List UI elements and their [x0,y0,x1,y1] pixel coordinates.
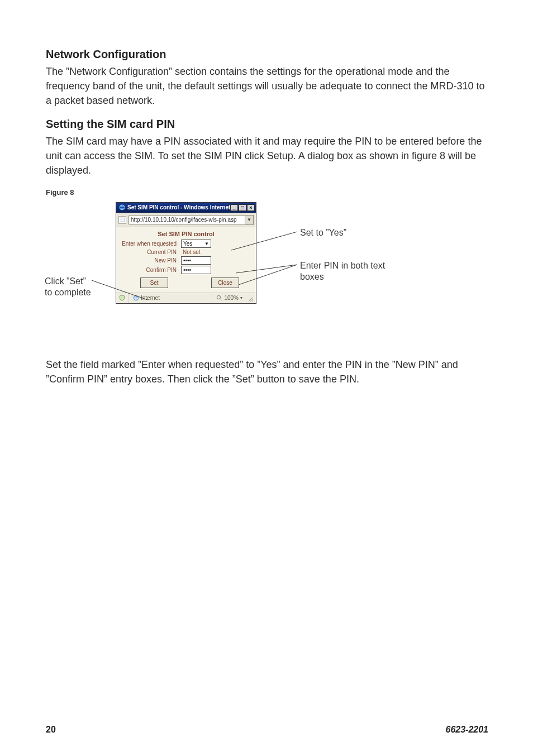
globe-icon [132,295,139,302]
button-row: Set Close [121,277,251,288]
svg-point-3 [217,295,220,299]
svg-line-7 [252,300,253,302]
select-enter-when-requested[interactable]: Yes ▼ [181,240,211,248]
page: Network Configuration The ”Network Confi… [0,0,533,756]
ie-logo-icon [118,204,125,211]
annotation-click-set-line2: to complete [45,288,91,297]
paragraph-after-figure: Set the field marked ”Enter when request… [46,357,488,386]
annotation-click-set: Click ”Set” to complete [45,276,91,298]
dialog-body: Set SIM PIN control Enter when requested… [116,227,256,293]
row-enter-when-requested: Enter when requested Yes ▼ [121,240,251,248]
set-button[interactable]: Set [140,277,168,288]
paragraph-network-configuration: The ”Network Configuration” section cont… [46,64,488,108]
page-favicon-icon [118,216,126,224]
annotation-enter-pin-both: Enter PIN in both text boxes [300,260,389,283]
chevron-down-icon: ▾ [240,295,242,300]
address-field[interactable]: http://10.10.10.10/config/ifaces-wls-pin… [129,216,245,224]
label-new-pin: New PIN [121,257,181,264]
figure-8: Click ”Set” to complete Set to ”Yes” Ent… [46,202,488,347]
value-current-pin: Not set [181,249,201,255]
paragraph-sim-card-pin: The SIM card may have a PIN associated w… [46,134,488,178]
input-confirm-pin[interactable]: •••• [181,266,211,274]
row-new-pin: New PIN •••• [121,256,251,265]
status-seg-left [117,293,129,303]
select-value: Yes [183,241,192,247]
zoom-icon [216,295,222,302]
dialog-window: Set SIM PIN control - Windows Internet..… [116,202,256,304]
annotation-set-to-yes: Set to ”Yes” [300,227,346,238]
maximize-button[interactable]: □ [239,204,246,211]
svg-rect-1 [121,218,125,222]
address-bar: http://10.10.10.10/config/ifaces-wls-pin… [116,213,256,227]
shield-icon [118,295,125,302]
resize-grip-icon[interactable] [246,294,255,302]
close-window-button[interactable]: × [247,204,255,211]
figure-caption: Figure 8 [46,188,488,197]
heading-network-configuration: Network Configuration [46,48,488,61]
heading-sim-card-pin: Setting the SIM card PIN [46,118,488,131]
minimize-button[interactable]: _ [230,204,238,211]
row-confirm-pin: Confirm PIN •••• [121,266,251,274]
window-title: Set SIM PIN control - Windows Internet..… [127,204,230,210]
page-footer: 20 6623-2201 [46,725,488,735]
chevron-down-icon: ▼ [204,241,209,246]
close-button[interactable]: Close [211,277,239,288]
input-new-pin[interactable]: •••• [181,256,211,265]
annotation-click-set-line1: Click ”Set” [45,276,86,286]
status-bar: Internet 100% ▾ [116,293,256,303]
row-current-pin: Current PIN Not set [121,249,251,255]
svg-line-4 [220,299,222,300]
status-zoom[interactable]: 100% ▾ [212,293,246,303]
label-current-pin: Current PIN [121,249,181,255]
label-enter-when-requested: Enter when requested [121,241,181,247]
annotation-lines [46,202,488,347]
dialog-heading: Set SIM PIN control [121,231,251,237]
titlebar: Set SIM PIN control - Windows Internet..… [116,203,256,213]
status-zoom-value: 100% [224,295,239,301]
status-zone-label: Internet [141,295,160,301]
status-zone: Internet [129,293,163,303]
page-number: 20 [46,725,56,735]
address-dropdown-button[interactable]: ▼ [245,215,254,225]
document-number: 6623-2201 [445,725,488,735]
label-confirm-pin: Confirm PIN [121,267,181,273]
